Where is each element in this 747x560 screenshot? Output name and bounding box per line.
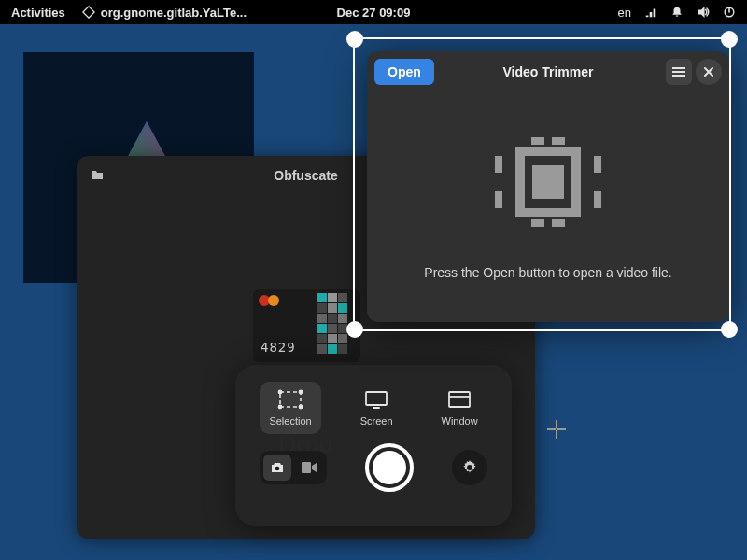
- capture-mode-selection[interactable]: Selection: [260, 382, 320, 434]
- video-trimmer-window: Open Video Trimmer Pre: [367, 51, 729, 322]
- obfuscate-title: Obfuscate: [274, 168, 337, 183]
- svg-point-18: [278, 405, 281, 408]
- volume-icon[interactable]: [697, 6, 710, 19]
- capture-mode-window[interactable]: Window: [432, 382, 487, 434]
- screenshot-toggle[interactable]: [263, 455, 291, 481]
- close-icon: [703, 66, 714, 77]
- app-diamond-icon: [82, 6, 95, 19]
- gear-icon: [462, 460, 477, 475]
- hamburger-menu-button[interactable]: [666, 59, 692, 85]
- notification-bell-icon[interactable]: [670, 6, 684, 19]
- window-icon: [446, 389, 472, 410]
- app-menu[interactable]: org.gnome.gitlab.YaLTe...: [82, 6, 247, 20]
- svg-rect-5: [672, 75, 685, 77]
- svg-rect-8: [594, 156, 601, 173]
- pixelation-overlay: [317, 293, 359, 358]
- shutter-inner: [373, 451, 406, 484]
- top-panel: Activities org.gnome.gitlab.YaLTe... Dec…: [0, 0, 747, 24]
- svg-rect-21: [449, 392, 470, 407]
- svg-point-24: [468, 466, 472, 469]
- video-trimmer-hint: Press the Open button to open a video fi…: [424, 265, 671, 280]
- svg-rect-3: [672, 67, 685, 69]
- video-trimmer-title: Video Trimmer: [502, 64, 593, 79]
- hamburger-icon: [672, 65, 685, 78]
- open-image-icon[interactable]: [90, 167, 105, 185]
- svg-rect-13: [552, 219, 565, 227]
- video-trimmer-headerbar: Open Video Trimmer: [367, 51, 729, 92]
- svg-rect-14: [532, 165, 564, 199]
- clock[interactable]: Dec 27 09:09: [337, 6, 411, 20]
- power-icon[interactable]: [723, 6, 736, 19]
- sample-credit-card: 4829: [253, 289, 360, 362]
- camera-icon: [270, 461, 285, 474]
- screenshot-ui: Selection Screen Window: [235, 365, 512, 526]
- svg-rect-12: [531, 219, 544, 227]
- svg-rect-11: [552, 137, 565, 145]
- video-icon: [302, 462, 317, 473]
- svg-rect-7: [495, 191, 502, 208]
- input-source[interactable]: en: [618, 6, 631, 20]
- svg-rect-9: [594, 191, 601, 208]
- capture-mode-label: Window: [442, 415, 478, 427]
- capture-button[interactable]: [365, 443, 414, 492]
- screen-icon: [363, 389, 389, 410]
- activities-button[interactable]: Activities: [11, 6, 65, 20]
- svg-rect-4: [672, 71, 685, 73]
- card-number: 4829: [261, 340, 296, 355]
- capture-mode-label: Screen: [360, 415, 393, 427]
- svg-rect-23: [302, 462, 311, 473]
- svg-point-22: [275, 467, 280, 471]
- capture-mode-screen[interactable]: Screen: [351, 382, 402, 434]
- svg-rect-20: [366, 392, 387, 405]
- settings-button[interactable]: [452, 450, 487, 485]
- selection-icon: [277, 389, 303, 410]
- capture-mode-label: Selection: [269, 415, 311, 427]
- app-menu-label: org.gnome.gitlab.YaLTe...: [101, 6, 247, 20]
- svg-point-16: [278, 390, 281, 393]
- svg-point-17: [299, 390, 302, 393]
- network-icon[interactable]: [644, 6, 657, 19]
- crosshair-cursor: [546, 419, 567, 443]
- trim-placeholder-icon: [487, 135, 609, 231]
- open-button[interactable]: Open: [374, 59, 434, 85]
- svg-rect-10: [531, 137, 544, 145]
- svg-rect-6: [495, 156, 502, 173]
- svg-point-19: [299, 405, 302, 408]
- screencast-toggle[interactable]: [295, 455, 323, 481]
- svg-rect-15: [280, 392, 301, 407]
- close-button[interactable]: [696, 59, 722, 85]
- capture-type-toggle: [260, 451, 327, 484]
